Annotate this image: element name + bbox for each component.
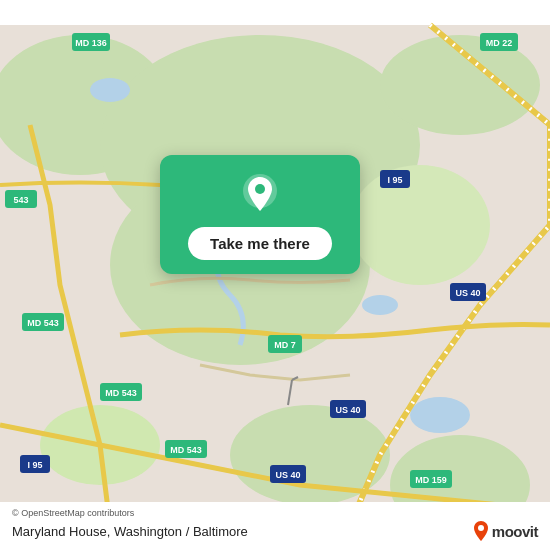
svg-text:US 40: US 40 [335,405,360,415]
map-background: MD 136 MD 22 543 I 95 MD 543 MD 7 US 40 … [0,0,550,550]
svg-text:543: 543 [13,195,28,205]
svg-point-41 [255,184,265,194]
take-me-there-button[interactable]: Take me there [188,227,332,260]
bottom-bar: © OpenStreetMap contributors Maryland Ho… [0,502,550,550]
svg-point-9 [90,78,130,102]
moovit-pin-icon [472,520,490,542]
svg-text:MD 543: MD 543 [170,445,202,455]
svg-point-10 [410,397,470,433]
svg-point-11 [362,295,398,315]
svg-text:MD 159: MD 159 [415,475,447,485]
svg-text:I 95: I 95 [387,175,402,185]
location-label: Maryland House, Washington / Baltimore [12,524,248,539]
svg-text:I 95: I 95 [27,460,42,470]
map-container: MD 136 MD 22 543 I 95 MD 543 MD 7 US 40 … [0,0,550,550]
svg-text:MD 543: MD 543 [105,388,137,398]
svg-text:US 40: US 40 [275,470,300,480]
map-pin-icon [238,173,282,217]
svg-text:MD 136: MD 136 [75,38,107,48]
svg-text:US 40: US 40 [455,288,480,298]
moovit-logo: moovit [472,520,538,542]
moovit-brand-text: moovit [492,523,538,540]
svg-text:MD 7: MD 7 [274,340,296,350]
svg-point-42 [478,525,484,531]
svg-text:MD 543: MD 543 [27,318,59,328]
copyright-text: © OpenStreetMap contributors [12,508,538,518]
location-card: Take me there [160,155,360,274]
svg-text:MD 22: MD 22 [486,38,513,48]
location-line: Maryland House, Washington / Baltimore m… [12,520,538,542]
svg-point-5 [350,165,490,285]
